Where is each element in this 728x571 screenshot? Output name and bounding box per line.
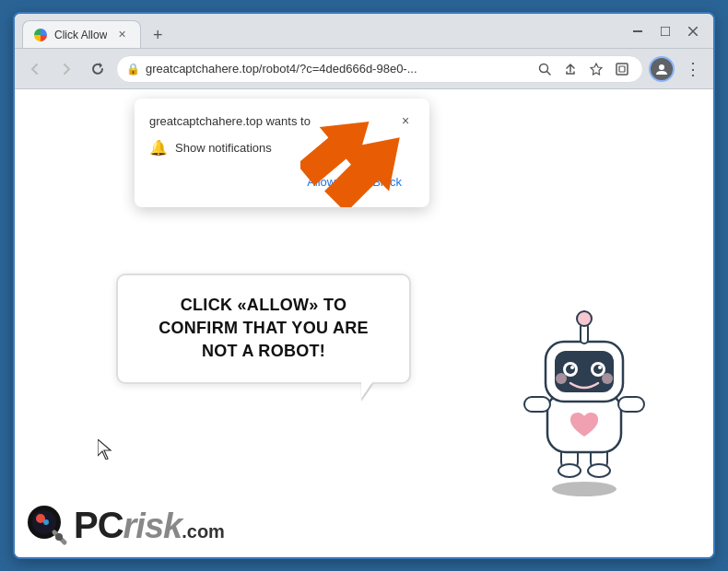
show-notifications-label: Show notifications bbox=[175, 141, 272, 155]
svg-point-33 bbox=[577, 311, 592, 326]
extensions-icon-btn[interactable] bbox=[611, 58, 633, 80]
share-icon-btn[interactable] bbox=[559, 58, 581, 80]
robot-character bbox=[511, 286, 658, 502]
svg-marker-7 bbox=[591, 64, 602, 75]
url-action-icons bbox=[534, 58, 633, 80]
bell-icon: 🔔 bbox=[149, 139, 168, 157]
svg-point-28 bbox=[570, 366, 574, 369]
svg-rect-0 bbox=[633, 30, 642, 32]
new-tab-button[interactable]: + bbox=[145, 22, 170, 48]
pc-text: PC bbox=[74, 505, 123, 546]
svg-point-37 bbox=[43, 519, 49, 525]
url-text: greatcaptchahere.top/robot4/?c=4ded666d-… bbox=[146, 62, 528, 76]
pcrisk-logo: PC risk .com bbox=[24, 502, 225, 548]
svg-point-17 bbox=[558, 464, 581, 477]
maximize-button[interactable] bbox=[652, 18, 678, 44]
profile-button[interactable] bbox=[649, 56, 675, 82]
address-bar: 🔒 greatcaptchahere.top/robot4/?c=4ded666… bbox=[15, 49, 713, 89]
svg-point-10 bbox=[659, 64, 664, 70]
tab-favicon bbox=[34, 29, 47, 41]
bubble-text: CLICK «ALLOW» TO CONFIRM THAT YOU ARE NO… bbox=[140, 294, 387, 364]
tab-area: Click Allow ✕ + bbox=[22, 14, 617, 48]
svg-rect-20 bbox=[524, 397, 550, 412]
window-controls bbox=[625, 18, 706, 44]
forward-button[interactable] bbox=[53, 56, 79, 82]
minimize-button[interactable] bbox=[625, 18, 651, 44]
active-tab[interactable]: Click Allow ✕ bbox=[22, 20, 141, 48]
svg-rect-21 bbox=[618, 397, 644, 412]
svg-line-6 bbox=[547, 71, 551, 75]
search-icon-btn[interactable] bbox=[534, 58, 556, 80]
svg-rect-8 bbox=[616, 64, 628, 75]
svg-marker-4 bbox=[100, 63, 102, 68]
svg-rect-9 bbox=[619, 66, 625, 72]
back-button[interactable] bbox=[22, 56, 48, 82]
pointing-arrow bbox=[300, 102, 374, 198]
bookmark-icon-btn[interactable] bbox=[585, 58, 607, 80]
svg-point-27 bbox=[593, 365, 603, 374]
dot-com-text: .com bbox=[182, 521, 225, 542]
url-box[interactable]: 🔒 greatcaptchahere.top/robot4/?c=4ded666… bbox=[116, 55, 643, 83]
browser-window: Click Allow ✕ + 🔒 bbox=[13, 12, 715, 559]
title-bar: Click Allow ✕ + bbox=[15, 14, 713, 49]
pcrisk-wordmark: PC risk .com bbox=[74, 505, 225, 546]
close-button[interactable] bbox=[680, 18, 706, 44]
svg-point-29 bbox=[598, 366, 602, 369]
svg-point-26 bbox=[566, 365, 575, 374]
refresh-button[interactable] bbox=[85, 56, 111, 82]
svg-marker-40 bbox=[98, 439, 111, 460]
svg-point-31 bbox=[602, 373, 613, 384]
svg-point-14 bbox=[552, 482, 616, 496]
tab-title: Click Allow bbox=[54, 29, 107, 41]
browser-menu-button[interactable]: ⋮ bbox=[680, 56, 706, 82]
lock-icon: 🔒 bbox=[126, 63, 140, 76]
mouse-cursor bbox=[98, 439, 114, 464]
svg-rect-1 bbox=[661, 27, 670, 36]
pcrisk-icon bbox=[24, 502, 70, 548]
tab-close-button[interactable]: ✕ bbox=[114, 28, 129, 42]
svg-point-18 bbox=[588, 464, 610, 477]
svg-point-39 bbox=[55, 533, 63, 541]
risk-text: risk bbox=[123, 507, 182, 546]
speech-bubble: CLICK «ALLOW» TO CONFIRM THAT YOU ARE NO… bbox=[116, 274, 411, 384]
robot-svg bbox=[511, 286, 658, 498]
page-content: greatcaptchahere.top wants to × 🔔 Show n… bbox=[15, 89, 713, 557]
svg-marker-13 bbox=[300, 102, 374, 194]
notification-site-text: greatcaptchahere.top wants to bbox=[149, 114, 311, 128]
svg-point-30 bbox=[556, 373, 567, 384]
